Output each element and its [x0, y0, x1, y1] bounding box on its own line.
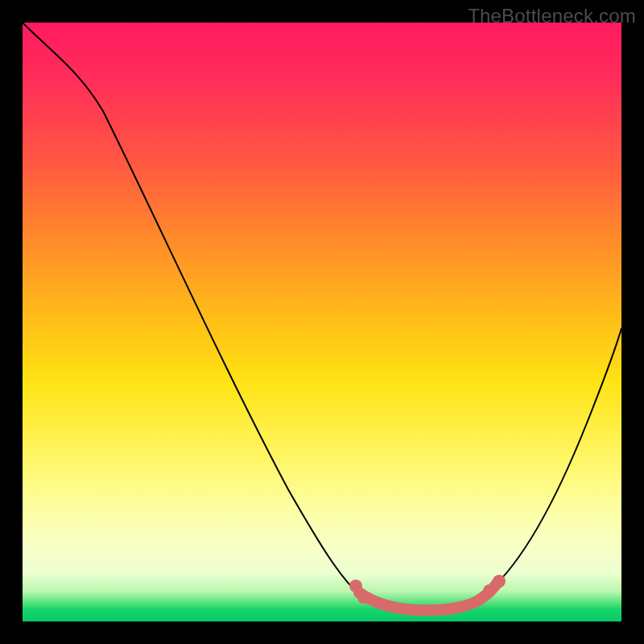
highlight-dot [483, 584, 496, 597]
highlight-dot [349, 580, 362, 592]
highlight-segment [359, 583, 497, 610]
plot-area [23, 23, 621, 621]
highlight-dot [357, 591, 370, 604]
highlight-dot [493, 575, 506, 588]
chart-svg [23, 23, 621, 621]
chart-frame: TheBottleneck.com [0, 0, 644, 644]
bottleneck-curve [23, 23, 621, 610]
